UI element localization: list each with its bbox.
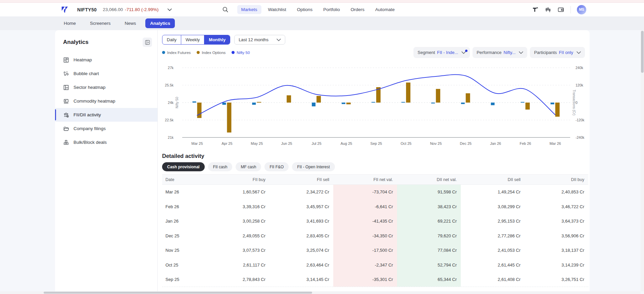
cell-fii-sell: 3,25,074 Cr [269, 248, 333, 253]
cell-fii-buy: 2,49,055 Cr [206, 233, 269, 238]
bar-index-futures [252, 103, 256, 105]
brand-logo[interactable] [60, 5, 70, 15]
index-price: 23,066.00 [103, 7, 123, 12]
bar-index-options [555, 103, 560, 117]
filter-label: Performance [477, 50, 501, 55]
chip-fii-open-interest[interactable]: FII - Open Interest [292, 162, 335, 171]
sidebar-item-bubble-chart[interactable]: Bubble chart [55, 67, 157, 80]
nav-link-watchlist[interactable]: Watchlist [264, 5, 290, 14]
section-tabs: HomeScreenersNewsAnalytics [0, 16, 644, 30]
trade-terminal-button[interactable] [532, 6, 539, 13]
nav-link-portfolio[interactable]: Portfolio [319, 5, 344, 14]
period-daily-button[interactable]: Daily [162, 35, 181, 44]
cell-dii-buy: 2,40,853 Cr [525, 189, 588, 194]
horizontal-scrollbar[interactable] [0, 291, 641, 294]
legend-index-futures[interactable]: Index Futures [162, 51, 191, 55]
user-avatar[interactable]: MS [577, 5, 586, 14]
chip-fii-cash[interactable]: FII cash [208, 162, 233, 171]
horizontal-scrollbar-thumb[interactable] [44, 292, 312, 294]
sidebar-item-bulk-block-deals[interactable]: Bulk/Block deals [55, 135, 157, 149]
cell-dii-buy: 3,64,373 Cr [525, 219, 588, 224]
sidebar-item-commodity-heatmap[interactable]: Commodity heatmap [55, 94, 157, 108]
table-body: Mar 261,60,567 Cr2,34,272 Cr-73,704 Cr91… [162, 185, 588, 287]
cell-date: Oct 25 [162, 262, 206, 268]
x-axis-label: Mar 25 [191, 141, 203, 145]
cell-fii-sell: 3,45,957 Cr [269, 204, 333, 209]
top-accent-strip [0, 0, 644, 3]
x-axis-label: Jan 26 [490, 141, 501, 145]
brand-logo-icon [60, 5, 69, 14]
x-axis-label: Sep 25 [370, 141, 382, 145]
commodity-icon [63, 98, 69, 104]
chevron-down-icon [277, 39, 281, 41]
cell-dii-net-val-: 79,620 Cr [397, 229, 461, 243]
participants-dropdown[interactable]: ParticipantsFII only [530, 47, 585, 58]
sidebar-item-label: Bubble chart [73, 71, 99, 76]
sidebar-item-sector-heatmap[interactable]: Sector heatmap [55, 80, 157, 94]
left-axis-title: Nifty 50 [175, 97, 179, 108]
sidebar-item-label: Commodity heatmap [73, 99, 115, 104]
column-header-dii-buy: DII buy [525, 177, 588, 182]
nav-link-orders[interactable]: Orders [347, 5, 368, 14]
chip-cash-provisional[interactable]: Cash provisional [162, 162, 205, 171]
cell-date: Nov 25 [162, 248, 206, 253]
tab-home[interactable]: Home [59, 18, 81, 28]
left-axis-tick: 21k [168, 135, 174, 139]
right-axis-tick: -240k [576, 135, 585, 139]
chip-mf-cash[interactable]: MF cash [236, 162, 261, 171]
sidebar-item-heatmap[interactable]: Heatmap [55, 53, 157, 67]
right-axis-title: Transactions (Cr) [572, 90, 576, 116]
period-weekly-button[interactable]: Weekly [181, 35, 204, 44]
legend-index-options[interactable]: Index Options [197, 51, 226, 55]
tab-screeners[interactable]: Screeners [85, 18, 115, 28]
cell-dii-sell: 2,95,153 Cr [461, 219, 525, 224]
navbar-right: MS [532, 5, 586, 14]
column-header-dii-net-val-: DII net val. [397, 177, 461, 182]
bubble-icon [63, 71, 69, 77]
legend-filter-row: Index FuturesIndex OptionsNifty 50 Segme… [162, 47, 585, 58]
candlestick-chart-icon [545, 6, 551, 13]
segment-dropdown[interactable]: SegmentFII - Inde... [413, 47, 470, 58]
performance-dropdown[interactable]: PerformanceNifty... [473, 47, 527, 58]
filter-value: Nifty... [504, 50, 516, 55]
tab-news[interactable]: News [120, 18, 141, 28]
vertical-scrollbar[interactable] [641, 30, 644, 291]
sidebar-item-fii-dii-activity[interactable]: FII/DII activity [55, 108, 157, 122]
table-row: Jan 263,00,258 Cr3,41,693 Cr-41,435 Cr69… [162, 214, 588, 229]
tab-analytics[interactable]: Analytics [145, 18, 175, 28]
legend-dot [232, 51, 235, 54]
charts-button[interactable] [545, 6, 551, 13]
cell-fii-sell: 2,34,272 Cr [269, 189, 333, 194]
cell-dii-sell: 3,08,299 Cr [461, 204, 525, 209]
vertical-scrollbar-thumb[interactable] [641, 31, 644, 73]
legend-nifty-50[interactable]: Nifty 50 [232, 51, 250, 55]
x-axis-label: May 25 [251, 141, 263, 145]
range-dropdown[interactable]: Last 12 months [234, 35, 285, 45]
bar-index-futures [551, 103, 554, 104]
funds-wallet-button[interactable] [557, 6, 564, 13]
notification-dot [465, 50, 467, 52]
period-monthly-button[interactable]: Monthly [204, 35, 230, 44]
bar-index-futures [222, 103, 226, 105]
bar-index-options [287, 95, 291, 103]
cell-date: Sep 25 [162, 277, 206, 282]
nav-link-options[interactable]: Options [293, 5, 317, 14]
sidebar-item-company-filings[interactable]: Company filings [55, 122, 157, 135]
bar-index-futures [312, 103, 315, 106]
nav-link-markets[interactable]: Markets [237, 5, 261, 14]
x-axis-label: Apr 25 [221, 141, 232, 145]
search-button[interactable] [222, 6, 229, 13]
chip-fii-f-o[interactable]: FII F&O [264, 162, 289, 171]
wallet-icon [557, 6, 564, 13]
index-symbol: NIFTY50 [77, 7, 97, 12]
sidebar-collapse-button[interactable] [143, 38, 152, 47]
table-header-row: DateFII buyFII sellFII net val.DII net v… [162, 174, 588, 185]
left-axis-tick: 24k [168, 101, 174, 105]
nav-link-automate[interactable]: Automate [371, 5, 399, 14]
symbol-dropdown-button[interactable] [167, 8, 172, 11]
cell-dii-sell: 1,49,254 Cr [461, 189, 525, 194]
bar-index-options [526, 103, 530, 110]
cell-date: Mar 26 [162, 189, 206, 194]
folder-icon [63, 126, 69, 132]
boxes-icon [63, 139, 69, 145]
